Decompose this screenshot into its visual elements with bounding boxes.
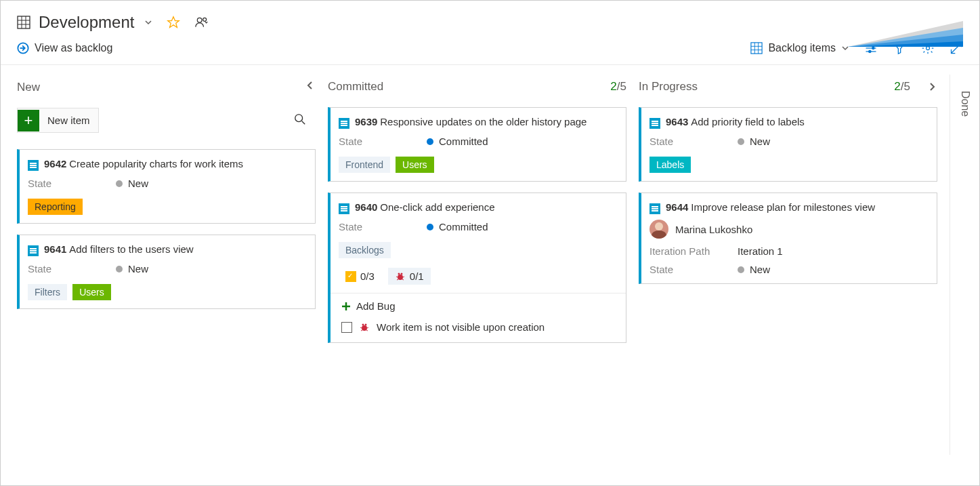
backlog-items-label: Backlog items [768, 42, 836, 54]
svg-line-43 [360, 327, 362, 328]
svg-point-32 [398, 272, 400, 275]
svg-point-7 [203, 18, 207, 21]
work-item-card[interactable]: 9641 Add filters to the users view State… [17, 235, 316, 309]
card-id: 9643 [666, 116, 688, 127]
svg-line-44 [367, 327, 368, 328]
svg-marker-5 [168, 17, 179, 28]
state-dot [116, 180, 123, 187]
svg-line-34 [396, 277, 398, 277]
card-title-text: Create popularity charts for work items [69, 158, 243, 169]
state-label: State [649, 264, 738, 275]
tag: Reporting [28, 199, 83, 215]
page-header: Development [1, 1, 979, 39]
state-label: State [649, 136, 738, 147]
arrow-right-circle-icon [17, 42, 29, 54]
svg-line-30 [302, 121, 305, 125]
child-work-item[interactable]: Work item is not visible upon creation [339, 316, 616, 338]
svg-point-29 [295, 115, 303, 122]
card-title-text: Responsive updates on the older history … [380, 116, 587, 127]
work-item-card[interactable]: 9644 Improve release plan for milestones… [639, 193, 937, 284]
svg-point-23 [872, 47, 874, 49]
assignee: Marina Lukoshko [675, 224, 752, 235]
svg-line-37 [402, 279, 404, 280]
pbi-icon [28, 245, 39, 256]
avatar [649, 220, 668, 239]
column-title: Done [959, 91, 971, 455]
favorite-star-icon[interactable] [167, 16, 180, 29]
svg-point-6 [198, 18, 203, 22]
state-value: New [750, 136, 770, 147]
child-item-title: Work item is not visible upon creation [377, 321, 545, 333]
card-title-text: Improve release plan for milestones view [691, 201, 875, 213]
pbi-icon [339, 118, 349, 129]
new-item-button[interactable]: + New item [17, 108, 99, 133]
task-icon [345, 271, 356, 282]
search-button[interactable] [284, 108, 316, 133]
state-value: Committed [439, 221, 488, 232]
card-title-text: One-click add experience [380, 201, 494, 213]
work-item-card[interactable]: 9643 Add priority field to labels State … [639, 107, 937, 182]
state-label: State [28, 263, 116, 275]
page-title[interactable]: Development [39, 13, 134, 32]
column-count: 2/5 [610, 80, 626, 94]
svg-rect-0 [18, 16, 30, 28]
pbi-icon [649, 203, 660, 214]
view-as-backlog-link[interactable]: View as backlog [35, 42, 112, 54]
tag: Users [396, 157, 434, 173]
state-dot [738, 266, 744, 273]
svg-line-28 [952, 48, 957, 54]
card-id: 9642 [44, 158, 66, 169]
svg-line-36 [397, 279, 398, 280]
collapse-left-icon[interactable] [305, 80, 316, 91]
tag: Filters [28, 284, 67, 300]
state-dot [427, 224, 433, 230]
state-dot [738, 138, 744, 145]
work-item-card[interactable]: 9640 One-click add experience State Comm… [328, 193, 626, 343]
card-id: 9639 [355, 116, 377, 127]
state-dot [116, 266, 123, 272]
card-title-text: Add priority field to labels [691, 116, 805, 127]
people-icon[interactable] [195, 16, 209, 29]
svg-line-46 [366, 330, 368, 331]
column-title: Committed [328, 80, 383, 94]
plus-icon: + [18, 110, 39, 131]
add-bug-button[interactable]: Add Bug [339, 293, 616, 316]
kanban-board: New + New item 9642 Create popularity ch… [1, 65, 979, 455]
column-title: In Progress [639, 80, 698, 94]
state-value: New [128, 178, 148, 189]
svg-point-40 [362, 325, 367, 331]
chevron-down-icon[interactable] [144, 18, 153, 27]
checkbox[interactable] [341, 322, 352, 333]
pbi-icon [339, 203, 349, 214]
tag: Users [72, 284, 111, 300]
column-new: New + New item 9642 Create popularity ch… [17, 75, 328, 455]
svg-rect-14 [751, 43, 762, 54]
svg-point-41 [362, 323, 364, 325]
column-done-collapsed[interactable]: Done [950, 75, 979, 455]
state-value: New [128, 263, 148, 275]
task-count[interactable]: 0/3 [339, 268, 381, 285]
state-label: State [339, 221, 427, 232]
tag: Frontend [339, 157, 390, 173]
svg-point-24 [869, 50, 871, 52]
plus-icon [341, 302, 351, 311]
card-id: 9641 [44, 243, 66, 255]
pbi-icon [649, 118, 660, 129]
svg-point-26 [926, 47, 930, 50]
state-label: State [28, 178, 116, 189]
state-value: New [750, 264, 770, 275]
backlog-items-dropdown[interactable]: Backlog items [750, 42, 849, 54]
svg-line-35 [403, 277, 404, 277]
collapse-right-icon[interactable] [926, 81, 937, 92]
tag: Backlogs [339, 242, 391, 258]
state-dot [427, 138, 433, 145]
bug-count[interactable]: 0/1 [388, 268, 431, 285]
state-label: State [339, 136, 427, 147]
column-in-progress: In Progress 2/5 9643 Add priority field … [639, 75, 950, 455]
svg-point-33 [400, 272, 402, 275]
work-item-card[interactable]: 9642 Create popularity charts for work i… [17, 149, 316, 224]
cumulative-flow-chart[interactable] [848, 14, 963, 47]
column-title: New [17, 81, 40, 94]
work-item-card[interactable]: 9639 Responsive updates on the older his… [328, 107, 626, 182]
board-icon [17, 16, 30, 29]
